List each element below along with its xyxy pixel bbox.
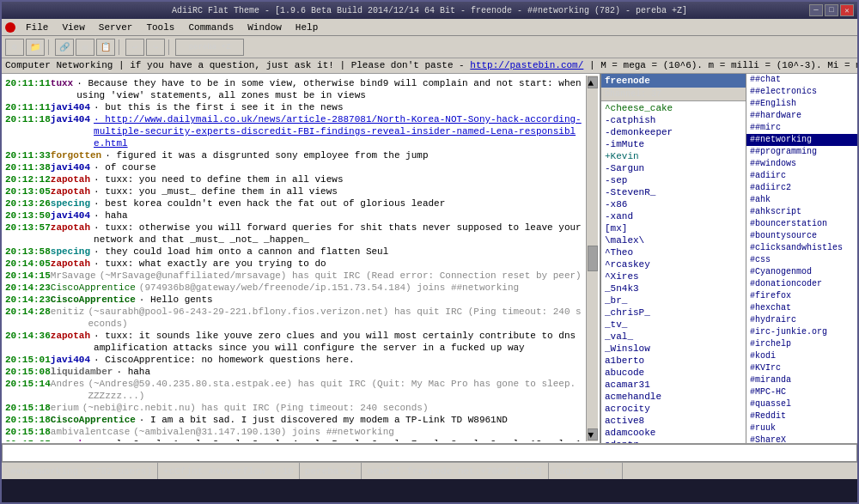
user-item[interactable]: acmehandle [601, 391, 746, 403]
maximize-button[interactable]: □ [825, 4, 838, 16]
user-item[interactable]: abucode [601, 367, 746, 379]
msg-link[interactable]: · http://www.dailymail.co.uk/news/articl… [94, 114, 582, 149]
message-line: 20:11:11tuxx· Because they have to be in… [3, 77, 586, 101]
channel-item[interactable]: ##English [746, 98, 857, 110]
user-item[interactable]: acamar31 [601, 379, 746, 391]
message-line: 20:13:58specing· they could load him ont… [3, 246, 586, 258]
channel-item[interactable]: #miranda [746, 374, 857, 386]
toolbar-btn-1[interactable]: ⚙ [5, 39, 24, 56]
user-item[interactable]: -x86 [601, 198, 746, 210]
msg-text: · best korea couldn't even hack the fat … [94, 197, 584, 209]
menu-view[interactable]: View [55, 21, 91, 34]
user-list-header: freenode [601, 74, 746, 88]
channel-item[interactable]: #donationcoder [746, 278, 857, 290]
message-line: 20:15:14Andres(~Andres@59.40.235.80.sta.… [3, 378, 586, 402]
channel-item[interactable]: #adiirc [746, 170, 857, 182]
channel-item[interactable]: #css [746, 254, 857, 266]
user-item[interactable]: active8 [601, 415, 746, 427]
user-item[interactable]: -xand [601, 210, 746, 222]
user-item[interactable]: ^cheese_cake [601, 102, 746, 114]
channel-item[interactable]: ##hardware [746, 110, 857, 122]
toolbar-btn-6[interactable]: ↩ [125, 39, 144, 56]
user-item[interactable]: +Kevin [601, 150, 746, 162]
user-item[interactable]: -imMute [601, 138, 746, 150]
channel-item[interactable]: #Cyanogenmod [746, 266, 857, 278]
msg-time: 20:11:38 [5, 161, 51, 173]
channel-item[interactable]: ##windows [746, 158, 857, 170]
channel-item[interactable]: #ahk [746, 194, 857, 206]
chat-scrollbar[interactable]: ▲ ▼ [586, 76, 598, 441]
toolbar-sep-3 [168, 39, 172, 55]
msg-time: 20:15:18 [5, 414, 51, 426]
channel-item[interactable]: #ruuk [746, 422, 857, 434]
close-button[interactable]: ✕ [840, 4, 854, 16]
channel-item[interactable]: #irc-junkie.org [746, 326, 857, 338]
channel-item[interactable]: ##networking [746, 134, 857, 146]
message-line: 20:15:01javi404· CiscoApprentice: no hom… [3, 354, 586, 366]
channel-item[interactable]: ##mirc [746, 122, 857, 134]
user-item[interactable]: _chrisP_ [601, 307, 746, 319]
menu-window[interactable]: Window [241, 21, 289, 34]
menu-server[interactable]: Server [92, 21, 140, 34]
user-item[interactable]: ^Theo [601, 246, 746, 258]
user-item[interactable]: [mx] [601, 222, 746, 234]
minimize-button[interactable]: ─ [809, 4, 823, 16]
topic-link[interactable]: http://pastebin.com/ [470, 60, 583, 70]
channel-item[interactable]: #adiirc2 [746, 182, 857, 194]
msg-text: · tuxx: you need to define them in all v… [94, 173, 584, 185]
msg-text: (~Andres@59.40.235.80.sta.estpak.ee) has… [88, 378, 584, 402]
msg-nick: MrSavage [51, 270, 96, 282]
user-item[interactable]: _tv_ [601, 319, 746, 331]
chat-input[interactable] [2, 444, 857, 462]
user-item[interactable]: acrocity [601, 403, 746, 415]
menu-file[interactable]: File [19, 21, 55, 34]
user-item[interactable]: -sep [601, 174, 746, 186]
menu-tools[interactable]: Tools [139, 21, 181, 34]
channel-item[interactable]: #MPC-HC [746, 386, 857, 398]
user-item[interactable]: adamcooke [601, 427, 746, 439]
channel-item[interactable]: #KVIrc [746, 362, 857, 374]
user-item[interactable]: ^rcaskey [601, 258, 746, 270]
msg-text: · color0 color1 color2 color3 color4 col… [94, 438, 584, 441]
toolbar-btn-4[interactable]: ✉ [76, 39, 94, 56]
channel-item[interactable]: #ShareX [746, 434, 857, 443]
channel-item[interactable]: #firefox [746, 290, 857, 302]
toolbar-btn-7[interactable]: ↪ [146, 39, 165, 56]
message-line: 20:14:15MrSavage(~MrSavage@unaffiliated/… [3, 270, 586, 282]
user-item[interactable]: _br_ [601, 295, 746, 307]
channel-item[interactable]: ##chat [746, 74, 857, 86]
channel-item[interactable]: #bountysource [746, 230, 857, 242]
user-item[interactable]: a1berto [601, 355, 746, 367]
user-item[interactable]: _Winslow [601, 343, 746, 355]
msg-nick: specing [51, 246, 90, 258]
user-item[interactable]: \malex\ [601, 234, 746, 246]
channel-item[interactable]: #Reddit [746, 410, 857, 422]
toolbar-btn-3[interactable]: 🔗 [55, 39, 74, 56]
user-item[interactable]: ^Xires [601, 270, 746, 282]
user-item[interactable]: adaptr [601, 439, 746, 443]
channel-item[interactable]: #irchelp [746, 338, 857, 350]
channel-item[interactable]: #bouncerstation [746, 218, 857, 230]
user-item[interactable]: -StevenR_ [601, 186, 746, 198]
message-line: 20:11:33forgotten· figured it was a disg… [3, 149, 586, 161]
menu-commands[interactable]: Commands [181, 21, 241, 34]
user-item[interactable]: _val_ [601, 331, 746, 343]
user-item[interactable]: -demonkeeper [601, 126, 746, 138]
channel-item[interactable]: #hydrairc [746, 314, 857, 326]
channel-item[interactable]: #ahkscript [746, 206, 857, 218]
channel-item[interactable]: ##programming [746, 146, 857, 158]
channel-item[interactable]: #quassel [746, 398, 857, 410]
toolbar-btn-5[interactable]: 📋 [96, 39, 115, 56]
channel-item[interactable]: #kodi [746, 350, 857, 362]
user-item[interactable]: _5n4k3 [601, 282, 746, 295]
message-line: 20:11:18javi404· http://www.dailymail.co… [3, 113, 586, 149]
msg-time: 20:14:05 [5, 258, 51, 270]
toolbar-btn-8[interactable]: pereba +Z [175, 39, 244, 56]
channel-item[interactable]: ##electronics [746, 86, 857, 98]
channel-item[interactable]: #hexchat [746, 302, 857, 314]
user-item[interactable]: -Sargun [601, 162, 746, 174]
user-item[interactable]: -catphish [601, 114, 746, 126]
channel-item[interactable]: #clicksandwhistles [746, 242, 857, 254]
toolbar-btn-2[interactable]: 📁 [26, 39, 45, 56]
menu-help[interactable]: Help [289, 21, 325, 34]
